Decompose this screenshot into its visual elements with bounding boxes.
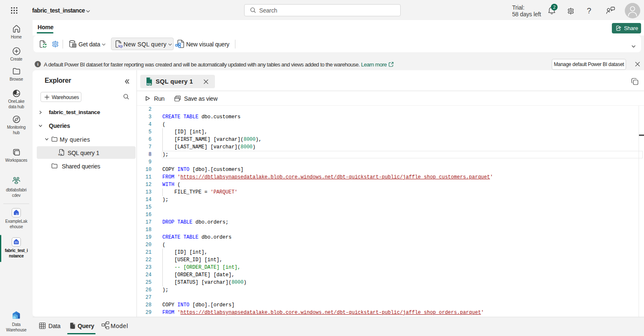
- svg-text:SQL: SQL: [118, 45, 123, 48]
- svg-text:SQL: SQL: [58, 153, 63, 156]
- svg-text:SQL: SQL: [147, 82, 152, 85]
